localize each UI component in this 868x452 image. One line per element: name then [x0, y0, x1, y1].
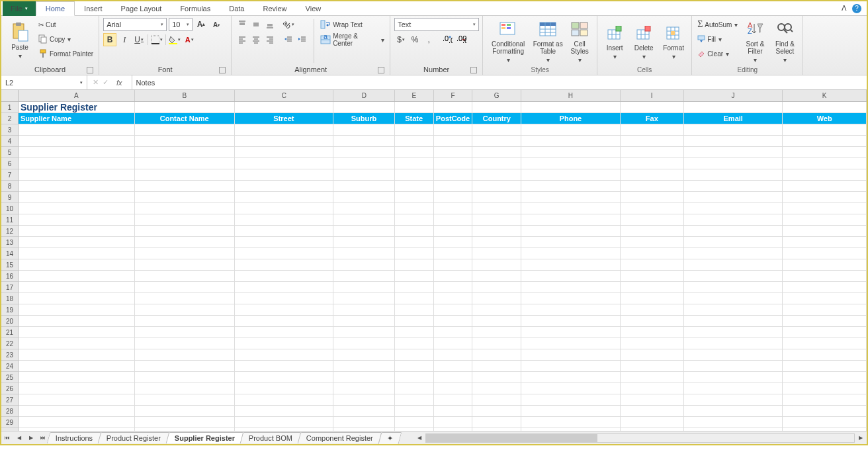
cell[interactable] [235, 226, 333, 237]
cell[interactable] [472, 237, 521, 248]
cell[interactable] [434, 428, 473, 431]
cell[interactable] [135, 428, 235, 431]
cell[interactable] [135, 259, 235, 271]
cell[interactable] [434, 192, 473, 203]
row-header[interactable]: 14 [1, 248, 18, 259]
cell[interactable] [19, 226, 135, 237]
cell[interactable] [783, 372, 867, 383]
cell[interactable] [235, 158, 333, 169]
cell[interactable] [235, 124, 333, 136]
cell[interactable] [235, 248, 333, 259]
cell[interactable] [235, 372, 333, 383]
cell[interactable] [395, 383, 434, 394]
cell[interactable] [783, 237, 867, 248]
row-header[interactable]: 25 [1, 372, 18, 383]
cell[interactable] [333, 214, 395, 226]
cell[interactable] [19, 406, 135, 417]
cell[interactable] [135, 293, 235, 304]
column-header[interactable]: D [333, 90, 395, 101]
italic-button[interactable]: I [118, 33, 131, 46]
cut-button[interactable]: ✂Cut [37, 18, 95, 31]
paste-button[interactable]: Paste▾ [5, 18, 34, 64]
cell[interactable] [621, 248, 685, 259]
cell[interactable] [19, 327, 135, 338]
cell[interactable] [521, 124, 620, 136]
cell[interactable] [19, 192, 135, 203]
cell[interactable] [621, 203, 685, 214]
cell[interactable]: PostCode [434, 113, 473, 124]
cell[interactable] [333, 383, 395, 394]
cell[interactable] [521, 282, 620, 293]
sheet-nav-next-icon[interactable]: ▶ [25, 432, 37, 444]
cell[interactable] [395, 181, 434, 192]
cell[interactable] [521, 304, 620, 316]
cell[interactable] [19, 293, 135, 304]
align-bottom-icon[interactable] [263, 18, 277, 31]
cell[interactable] [395, 293, 434, 304]
cell[interactable] [521, 349, 620, 361]
row-header[interactable]: 30 [1, 428, 18, 431]
cell[interactable] [621, 136, 685, 147]
cell[interactable] [521, 372, 620, 383]
cell[interactable] [135, 316, 235, 327]
format-painter-button[interactable]: Format Painter [37, 47, 95, 60]
cell[interactable] [472, 147, 521, 158]
cell[interactable] [472, 316, 521, 327]
cell[interactable] [783, 102, 867, 113]
cell[interactable] [621, 406, 685, 417]
cell[interactable] [434, 169, 473, 181]
column-header[interactable]: F [434, 90, 473, 101]
cell[interactable] [19, 271, 135, 282]
cell[interactable] [521, 417, 620, 428]
column-header[interactable]: H [521, 90, 620, 101]
cell[interactable] [621, 147, 685, 158]
cell[interactable] [333, 428, 395, 431]
cell[interactable]: Web [783, 113, 867, 124]
row-header[interactable]: 9 [1, 192, 18, 203]
cell[interactable] [333, 327, 395, 338]
cell[interactable] [684, 372, 783, 383]
cell[interactable] [472, 226, 521, 237]
minimize-ribbon-icon[interactable]: ᐱ [842, 4, 847, 13]
row-header[interactable]: 28 [1, 406, 18, 417]
sheet-tab[interactable]: Supplier Register [166, 432, 244, 443]
comma-icon[interactable]: , [422, 33, 435, 46]
cell[interactable] [19, 147, 135, 158]
cell[interactable] [333, 124, 395, 136]
cell[interactable] [395, 327, 434, 338]
increase-decimal-icon[interactable]: .0.00 [441, 33, 454, 46]
cell[interactable] [135, 406, 235, 417]
fx-icon[interactable]: fx [112, 79, 126, 87]
cell[interactable] [333, 394, 395, 406]
cell[interactable] [434, 203, 473, 214]
cell[interactable] [19, 349, 135, 361]
number-format-select[interactable]: Text▾ [394, 18, 479, 31]
cell[interactable] [684, 259, 783, 271]
tab-view[interactable]: View [296, 1, 331, 16]
cell[interactable] [434, 361, 473, 372]
row-header[interactable]: 24 [1, 361, 18, 372]
cell[interactable] [521, 102, 620, 113]
cell[interactable] [621, 293, 685, 304]
cell[interactable] [521, 214, 620, 226]
row-header[interactable]: 26 [1, 383, 18, 394]
cell[interactable]: Contact Name [135, 113, 235, 124]
cell[interactable] [783, 327, 867, 338]
align-right-icon[interactable] [263, 33, 277, 46]
tab-page-layout[interactable]: Page Layout [112, 1, 171, 16]
cell[interactable] [235, 361, 333, 372]
cell[interactable] [521, 327, 620, 338]
cell[interactable] [434, 372, 473, 383]
row-header[interactable]: 1 [1, 102, 18, 113]
cell[interactable] [19, 248, 135, 259]
cell[interactable] [19, 136, 135, 147]
cell[interactable] [434, 214, 473, 226]
cell[interactable] [621, 316, 685, 327]
cell[interactable] [235, 406, 333, 417]
cell[interactable] [333, 293, 395, 304]
cell[interactable]: State [395, 113, 434, 124]
row-header[interactable]: 8 [1, 181, 18, 192]
cell[interactable] [235, 417, 333, 428]
cell[interactable] [333, 169, 395, 181]
cell[interactable] [135, 124, 235, 136]
